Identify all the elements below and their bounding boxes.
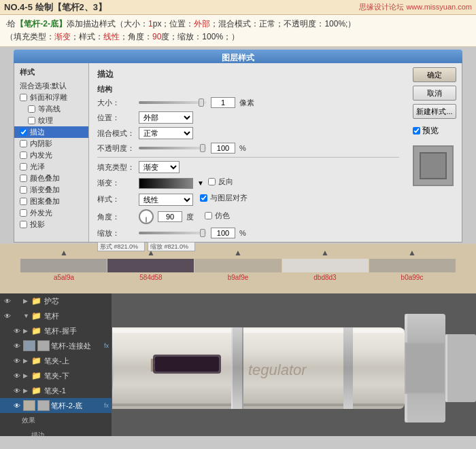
svg-rect-12 <box>155 357 219 372</box>
size-slider[interactable] <box>139 101 207 104</box>
layer-mask-thumbnail <box>37 400 50 411</box>
eye-icon[interactable]: 👁 <box>3 311 12 321</box>
preview-checkbox[interactable] <box>413 127 420 134</box>
swatch-2[interactable] <box>107 259 194 272</box>
align-row: 与图层对齐 <box>200 193 248 203</box>
triangle-icon[interactable]: ▶ <box>23 327 30 334</box>
layer-row[interactable]: 效果 <box>0 413 112 428</box>
align-checkbox[interactable] <box>200 194 207 202</box>
swatch-label-5: b0a99c <box>369 274 456 281</box>
style-item-bevel[interactable]: 斜面和浮雕 <box>14 92 88 103</box>
eye-icon[interactable]: 👁 <box>12 401 22 410</box>
contour-checkbox[interactable] <box>28 105 35 113</box>
layer-name: 笔杆 <box>44 311 109 321</box>
satin-checkbox[interactable] <box>20 163 27 170</box>
color-overlay-checkbox[interactable] <box>20 175 27 182</box>
style-item-drop-shadow[interactable]: 投影 <box>14 219 88 230</box>
scale-input[interactable] <box>211 228 235 238</box>
layer-row[interactable]: 👁 ▶ 📁 笔杆-握手 <box>0 323 112 338</box>
outer-glow-checkbox[interactable] <box>20 209 27 217</box>
scale-unit: % <box>239 229 246 237</box>
texture-checkbox[interactable] <box>28 117 35 124</box>
blend-mode-label: 混合模式： <box>97 128 135 139</box>
opacity-slider[interactable] <box>139 147 207 149</box>
gradient-label: 渐变： <box>97 178 135 188</box>
layer-row[interactable]: 👁 ▶ 📁 笔夹-1 <box>0 383 112 398</box>
layers-panel: 👁 ▶ 📁 护芯 👁 ▼ 📁 笔杆 👁 ▶ 📁 笔杆-握手 👁 笔杆-连接处 <box>0 293 112 436</box>
svg-rect-16 <box>406 344 444 393</box>
eye-icon[interactable]: 👁 <box>12 326 22 336</box>
eye-icon[interactable]: 👁 <box>12 341 22 351</box>
position-select[interactable]: 外部 内部 居中 <box>139 111 193 124</box>
gradient-preview[interactable] <box>139 178 193 189</box>
style-item-stroke[interactable]: 描边 <box>14 126 88 138</box>
svg-rect-17 <box>445 334 476 402</box>
layer-row[interactable]: 👁 ▶ 📁 笔夹-上 <box>0 353 112 368</box>
eye-icon[interactable]: 👁 <box>12 356 22 365</box>
inner-shadow-checkbox[interactable] <box>20 140 27 147</box>
opacity-input[interactable] <box>211 143 235 154</box>
gradient-overlay-checkbox[interactable] <box>20 186 27 194</box>
confirm-button[interactable]: 确定 <box>413 67 456 82</box>
bottom-input-1: 形式 #821.0% <box>97 242 145 251</box>
style-item-contour[interactable]: 等高线 <box>14 103 88 115</box>
triangle-icon[interactable]: ▶ <box>23 357 30 364</box>
instruction-line2: （填充类型：渐变；样式：线性；角度：90度；缩放：100%；） <box>5 31 471 43</box>
layer-row[interactable]: 👁 ▶ 📁 笔夹-下 <box>0 368 112 383</box>
swatch-3[interactable] <box>194 259 281 272</box>
size-row: 大小： 像素 <box>97 97 399 108</box>
style-item-satin[interactable]: 光泽 <box>14 161 88 173</box>
style-item-inner-shadow[interactable]: 内阴影 <box>14 138 88 149</box>
blend-mode-row: 混合模式： 正常 溶解 叠加 <box>97 127 399 139</box>
triangle-icon[interactable]: ▼ <box>23 312 30 319</box>
layer-row-selected[interactable]: 👁 笔杆-2-底 fx <box>0 398 112 413</box>
eye-icon[interactable]: 👁 <box>12 371 22 380</box>
triangle-icon[interactable]: ▶ <box>23 298 30 304</box>
angle-dial[interactable] <box>139 209 154 224</box>
bevel-checkbox[interactable] <box>20 94 27 101</box>
triangle-icon[interactable]: ▶ <box>23 387 30 394</box>
style-item-outer-glow[interactable]: 外发光 <box>14 207 88 219</box>
preview-box <box>413 145 454 186</box>
layer-thumbnail <box>23 400 35 411</box>
swatch-5[interactable] <box>369 259 456 272</box>
cancel-button[interactable]: 取消 <box>413 86 456 101</box>
layer-row[interactable]: 👁 ▼ 📁 笔杆 <box>0 308 112 323</box>
layer-row[interactable]: 👁 笔杆-连接处 fx <box>0 338 112 353</box>
eye-icon[interactable]: 👁 <box>12 386 22 395</box>
styles-panel: 样式 混合选项:默认 斜面和浮雕 等高线 纹理 描边 内阴影 <box>14 63 89 242</box>
layer-name: 笔杆-2-底 <box>51 401 101 411</box>
layer-row[interactable]: 描边 <box>0 428 112 436</box>
triangle-icon[interactable]: ▶ <box>23 372 30 379</box>
size-input[interactable] <box>211 97 235 108</box>
style-item-texture[interactable]: 纹理 <box>14 115 88 126</box>
style-item-inner-glow[interactable]: 内发光 <box>14 149 88 161</box>
stroke-checkbox[interactable] <box>20 128 27 136</box>
style-item-gradient-overlay[interactable]: 渐变叠加 <box>14 184 88 196</box>
style-item-blend[interactable]: 混合选项:默认 <box>14 80 88 92</box>
layer-style-dialog: 图层样式 样式 混合选项:默认 斜面和浮雕 等高线 纹理 描边 <box>0 47 476 244</box>
dither-checkbox[interactable] <box>205 212 212 219</box>
scale-slider[interactable] <box>139 232 207 234</box>
style-item-pattern-overlay[interactable]: 图案叠加 <box>14 196 88 207</box>
reverse-checkbox[interactable] <box>208 178 216 185</box>
pattern-overlay-checkbox[interactable] <box>20 198 27 205</box>
scale-row: 缩放： % <box>97 228 399 238</box>
swatch-1[interactable] <box>20 259 107 272</box>
blend-mode-select[interactable]: 正常 溶解 叠加 <box>139 127 193 139</box>
gradient-arrow[interactable]: ▼ <box>197 179 204 187</box>
new-style-button[interactable]: 新建样式... <box>413 104 456 119</box>
fill-type-select[interactable]: 渐变 颜色 图案 <box>139 161 180 173</box>
swatch-4[interactable] <box>282 259 369 272</box>
fill-type-label: 填充类型： <box>97 162 135 173</box>
reverse-row: 反向 <box>208 177 233 187</box>
style-select[interactable]: 线性 径向 角度 <box>139 194 193 206</box>
style-item-color-overlay[interactable]: 颜色叠加 <box>14 173 88 184</box>
eye-icon[interactable]: 👁 <box>3 296 12 306</box>
layer-name: 笔杆-连接处 <box>51 341 101 351</box>
inner-glow-checkbox[interactable] <box>20 151 27 159</box>
angle-input[interactable] <box>158 211 182 222</box>
drop-shadow-checkbox[interactable] <box>20 221 27 228</box>
layer-row[interactable]: 👁 ▶ 📁 护芯 <box>0 293 112 308</box>
canvas-area: B5-03 tegulator <box>112 293 476 436</box>
